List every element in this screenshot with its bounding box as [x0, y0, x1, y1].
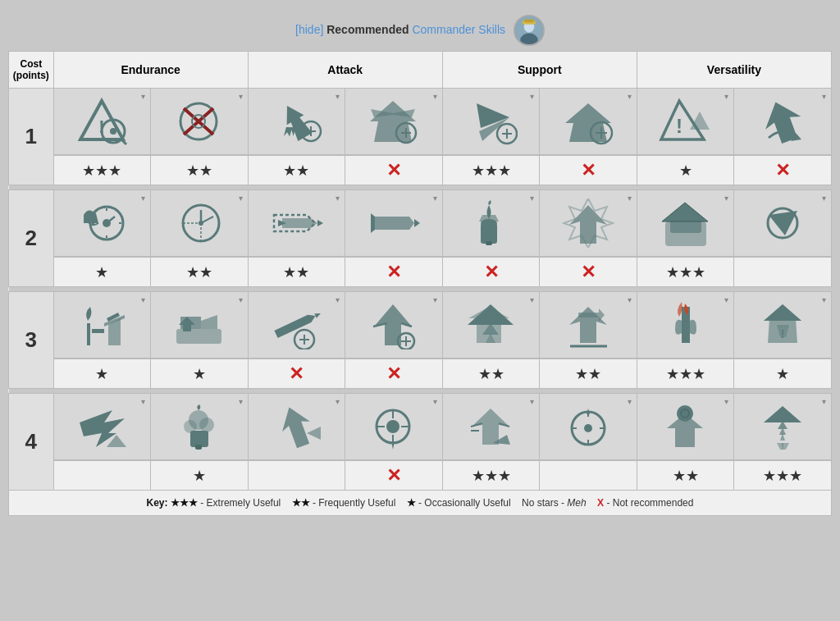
direction_center-icon: [754, 197, 811, 250]
skill-icon-cell-0-5[interactable]: ▾: [540, 89, 637, 155]
dropdown-arrow-icon[interactable]: ▾: [336, 194, 340, 203]
star-icon: ★: [186, 263, 199, 281]
skill-icon-cell-3-7[interactable]: ! ▾: [734, 394, 832, 460]
skill-icon-cell-3-5[interactable]: ▾: [540, 394, 637, 460]
skill-rating-cell-0-4: ★★★: [442, 155, 540, 185]
dropdown-arrow-icon[interactable]: ▾: [530, 295, 534, 304]
dropdown-arrow-icon[interactable]: ▾: [530, 194, 534, 203]
dropdown-arrow-icon[interactable]: ▾: [239, 92, 243, 101]
dropdown-arrow-icon[interactable]: ▾: [628, 295, 632, 304]
dropdown-arrow-icon[interactable]: ▾: [724, 295, 728, 304]
star-icon: ★: [692, 263, 705, 281]
skill-icon-cell-1-5[interactable]: ▾: [540, 190, 637, 257]
page-header: [hide] Recommended Commander Skills: [8, 8, 832, 51]
dropdown-arrow-icon[interactable]: ▾: [433, 194, 437, 203]
dropdown-arrow-icon[interactable]: ▾: [724, 194, 728, 203]
skill-icon-cell-0-6[interactable]: ! ▾: [637, 89, 734, 155]
star-icon: ★: [108, 162, 121, 180]
skill-icon-cell-2-0[interactable]: ▾: [53, 292, 151, 358]
dropdown-arrow-icon[interactable]: ▾: [628, 194, 632, 203]
skill-icon-cell-2-4[interactable]: ▾: [442, 292, 540, 358]
skill-rating-cell-2-2: ✕: [248, 358, 345, 389]
skill-icon-cell-1-7[interactable]: ▾: [734, 190, 832, 257]
skill-rating-cell-1-2: ★★: [248, 257, 345, 287]
skill-icon-cell-0-3[interactable]: ▾: [345, 89, 443, 155]
skill-icon-cell-3-3[interactable]: ▾: [345, 394, 443, 460]
skill-icon-cell-2-3[interactable]: ▾: [345, 292, 443, 358]
star-icon: ★: [186, 162, 199, 180]
skill-icon-cell-3-4[interactable]: ▾: [442, 394, 540, 460]
incoming_fire_alert-icon: !: [657, 95, 714, 148]
skill-icon-cell-0-1[interactable]: ▾: [151, 89, 249, 155]
skill-icon-cell-3-2[interactable]: ▾: [248, 394, 345, 460]
star-icon: ★: [692, 365, 705, 383]
evasive_maneuver-icon: [171, 95, 228, 148]
legend-key: Key: ★★★ - Extremely Useful ★★ - Frequen…: [8, 491, 832, 516]
skill-icon-cell-0-7[interactable]: ▾: [734, 89, 832, 155]
skill-icon-cell-2-6[interactable]: ▾: [637, 292, 734, 358]
dropdown-arrow-icon[interactable]: ▾: [628, 397, 632, 406]
hide-link[interactable]: [hide]: [295, 23, 323, 36]
skill-icon-cell-1-2[interactable]: ▾: [248, 190, 345, 257]
rating-display: ★★★: [734, 460, 831, 490]
skill-icon-cell-3-6[interactable]: ▾: [637, 394, 734, 460]
star-icon: ★: [199, 162, 212, 180]
dropdown-arrow-icon[interactable]: ▾: [433, 295, 437, 304]
skill-icon-cell-0-0[interactable]: ! ▾: [53, 89, 151, 155]
rating-display: ★★★: [54, 155, 151, 185]
star-icon: ★: [296, 162, 309, 180]
skill-icon-cell-1-0[interactable]: ▾: [53, 190, 151, 257]
skill-icon-cell-2-2[interactable]: ▾: [248, 292, 345, 358]
rating-display: [734, 257, 831, 286]
dropdown-arrow-icon[interactable]: ▾: [822, 92, 826, 101]
svg-point-89: [584, 424, 592, 432]
skill-rating-cell-2-4: ★★: [442, 358, 540, 389]
dropdown-arrow-icon[interactable]: ▾: [239, 397, 243, 406]
skill-icon-cell-3-1[interactable]: ▾: [151, 394, 249, 460]
support-header: Support: [442, 52, 637, 89]
dropdown-arrow-icon[interactable]: ▾: [336, 397, 340, 406]
skill-icon-cell-2-1[interactable]: ▾: [151, 292, 249, 358]
dropdown-arrow-icon[interactable]: ▾: [141, 194, 145, 203]
dropdown-arrow-icon[interactable]: ▾: [822, 295, 826, 304]
dropdown-arrow-icon[interactable]: ▾: [433, 397, 437, 406]
skill-icon-cell-1-4[interactable]: ▾: [442, 190, 540, 257]
dropdown-arrow-icon[interactable]: ▾: [724, 397, 728, 406]
skill-rating-cell-0-5: ✕: [540, 155, 637, 185]
endurance-header: Endurance: [53, 52, 248, 89]
star-icon: ★: [283, 162, 296, 180]
skill-rating-cell-2-1: ★: [151, 358, 249, 389]
rating-display: ★★: [249, 257, 345, 286]
rating-display: ★★★: [443, 155, 540, 185]
dropdown-arrow-icon[interactable]: ▾: [141, 397, 145, 406]
dropdown-arrow-icon[interactable]: ▾: [628, 92, 632, 101]
star-icon: ★: [763, 467, 776, 485]
dropdown-arrow-icon[interactable]: ▾: [141, 92, 145, 101]
dropdown-arrow-icon[interactable]: ▾: [433, 92, 437, 101]
svg-point-76: [184, 420, 197, 433]
not-recommended-x: ✕: [386, 363, 401, 385]
attack-header: Attack: [248, 52, 442, 89]
skill-icon-cell-0-4[interactable]: ▾: [442, 89, 540, 155]
dropdown-arrow-icon[interactable]: ▾: [336, 295, 340, 304]
dropdown-arrow-icon[interactable]: ▾: [336, 92, 340, 101]
skill-icon-cell-3-0[interactable]: ▾: [53, 394, 151, 460]
dropdown-arrow-icon[interactable]: ▾: [822, 397, 826, 406]
anti_aircraft-icon: [559, 95, 617, 148]
skill-icon-cell-2-7[interactable]: ! ▾: [734, 292, 832, 358]
dropdown-arrow-icon[interactable]: ▾: [239, 194, 243, 203]
dropdown-arrow-icon[interactable]: ▾: [530, 397, 534, 406]
skill-icon-cell-2-5[interactable]: ▾: [540, 292, 637, 358]
dropdown-arrow-icon[interactable]: ▾: [822, 194, 826, 203]
skill-rating-cell-1-5: ✕: [540, 257, 637, 287]
dropdown-arrow-icon[interactable]: ▾: [141, 295, 145, 304]
dropdown-arrow-icon[interactable]: ▾: [530, 92, 534, 101]
skill-icon-cell-1-6[interactable]: ▾: [637, 190, 734, 257]
skill-icon-cell-0-2[interactable]: ▾: [248, 89, 345, 155]
skill-icon-cell-1-3[interactable]: ▾: [345, 190, 443, 257]
dropdown-arrow-icon[interactable]: ▾: [724, 92, 728, 101]
skill-rating-cell-1-3: ✕: [345, 257, 443, 287]
header-title: Recommended Commander Skills: [326, 23, 505, 36]
dropdown-arrow-icon[interactable]: ▾: [239, 295, 243, 304]
skill-icon-cell-1-1[interactable]: ▾: [151, 190, 249, 257]
